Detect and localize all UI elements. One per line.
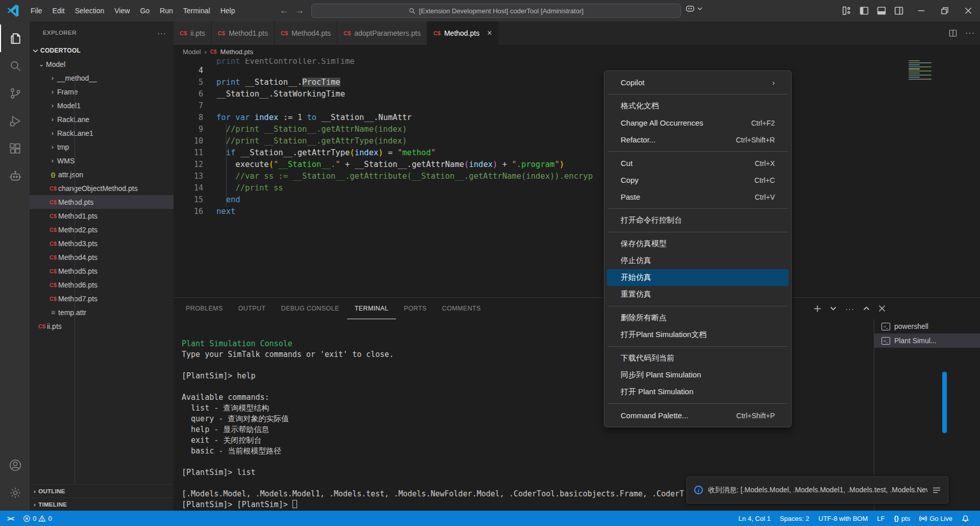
status-utf-8-with-bom[interactable]: UTF-8 with BOM <box>814 511 873 526</box>
terminal-instance-PlantSimul[interactable]: >_Plant Simul... <box>874 333 980 348</box>
menu-go[interactable]: Go <box>135 4 155 17</box>
tab-ii.pts[interactable]: C$ii.pts <box>174 21 212 45</box>
menu-item-打开命令行控制台[interactable]: 打开命令行控制台 <box>607 212 789 229</box>
more-actions-icon[interactable]: ··· <box>965 29 975 38</box>
activity-search[interactable] <box>0 52 30 80</box>
breadcrumb[interactable]: Model › C$ Method.pts <box>174 45 980 58</box>
copilot-button[interactable] <box>685 4 702 13</box>
menu-item-Copy[interactable]: CopyCtrl+C <box>607 172 789 188</box>
more-actions-icon[interactable]: ··· <box>157 29 166 37</box>
problems-status[interactable]: 0 0 <box>21 511 54 526</box>
menu-run[interactable]: Run <box>155 4 178 17</box>
menu-edit[interactable]: Edit <box>47 4 70 17</box>
menu-item-同步到PlantSimulation[interactable]: 同步到 Plant Simulation <box>607 367 789 384</box>
panel-tab-ports[interactable]: PORTS <box>396 298 434 319</box>
menu-item-开始仿真[interactable]: 开始仿真 <box>607 269 789 286</box>
forward-icon[interactable]: → <box>296 6 304 16</box>
tree-item-temp.attr[interactable]: ≡temp.attr <box>30 305 174 319</box>
menu-item-Cut[interactable]: CutCtrl+X <box>607 155 789 172</box>
tab-Method4.pts[interactable]: C$Method4.pts <box>275 21 337 45</box>
chevron-up-icon[interactable] <box>863 306 870 311</box>
tree-item-Method.pts[interactable]: C$Method.pts <box>30 195 174 209</box>
panel-tab-debug-console[interactable]: DEBUG CONSOLE <box>273 298 347 319</box>
activity-extensions[interactable] <box>0 135 30 162</box>
minimap[interactable] <box>909 60 947 81</box>
status-go-live[interactable]: Go Live <box>915 511 957 526</box>
toggle-panel-icon[interactable] <box>877 6 886 15</box>
menu-item-Refactor...[interactable]: Refactor...Ctrl+Shift+R <box>607 131 789 148</box>
restore-button[interactable] <box>933 0 957 21</box>
tree-item-RackLane1[interactable]: ›RackLane1 <box>30 126 174 140</box>
menu-selection[interactable]: Selection <box>70 4 110 17</box>
activity-robot[interactable] <box>0 162 30 190</box>
tree-item-tmp[interactable]: ›tmp <box>30 140 174 154</box>
breadcrumb-folder[interactable]: Model <box>183 48 201 56</box>
panel-tab-output[interactable]: OUTPUT <box>231 298 274 319</box>
tree-item-Model1[interactable]: ›Model1 <box>30 99 174 112</box>
menu-terminal[interactable]: Terminal <box>178 4 215 17</box>
menu-item-删除所有断点[interactable]: 删除所有断点 <box>607 309 789 326</box>
activity-files[interactable] <box>0 25 30 52</box>
more-icon[interactable]: ··· <box>845 304 854 313</box>
tree-item-WMS[interactable]: ›WMS <box>30 154 174 168</box>
breadcrumb-file[interactable]: Method.pts <box>220 48 253 56</box>
terminal-scrollbar-thumb[interactable] <box>942 372 947 433</box>
chevron-down-icon[interactable] <box>830 306 837 311</box>
menu-item-Copilot[interactable]: Copilot› <box>607 74 789 91</box>
menu-item-CommandPalette...[interactable]: Command Palette...Ctrl+Shift+P <box>607 407 789 424</box>
menu-item-保存仿真模型[interactable]: 保存仿真模型 <box>607 235 789 252</box>
minimize-button[interactable] <box>910 0 933 21</box>
new-terminal-icon[interactable] <box>814 305 821 313</box>
status-bell[interactable] <box>957 511 974 526</box>
menu-item-下载代码到当前[interactable]: 下载代码到当前 <box>607 350 789 367</box>
menu-help[interactable]: Help <box>215 4 240 17</box>
panel-tab-problems[interactable]: PROBLEMS <box>178 298 231 319</box>
tree-item-ii.pts[interactable]: C$ii.pts <box>30 319 174 333</box>
tree-item-Method5.pts[interactable]: C$Method5.pts <box>30 264 174 278</box>
tree-item-Method2.pts[interactable]: C$Method2.pts <box>30 223 174 236</box>
activity-source-control[interactable] <box>0 80 30 107</box>
tree-item-Method4.pts[interactable]: C$Method4.pts <box>30 250 174 264</box>
tree-item-Method3.pts[interactable]: C$Method3.pts <box>30 236 174 250</box>
tab-adoptParameters.pts[interactable]: C$adoptParameters.pts <box>337 21 427 45</box>
notification-toast[interactable]: i 收到消息: [.Models.Model, .Models.Model1, … <box>687 476 948 504</box>
status-lf[interactable]: LF <box>872 511 889 526</box>
menu-view[interactable]: View <box>109 4 135 17</box>
tree-item-Model[interactable]: ⌄Model <box>30 57 174 71</box>
section-timeline[interactable]: ›TIMELINE <box>30 497 174 511</box>
close-tab-icon[interactable]: × <box>487 29 492 38</box>
customize-layout-icon[interactable] <box>842 6 851 15</box>
status-spaces-2[interactable]: Spaces: 2 <box>775 511 814 526</box>
remote-indicator-icon[interactable]: >< <box>5 515 18 522</box>
split-editor-icon[interactable] <box>949 29 957 37</box>
clear-all-icon[interactable] <box>933 487 941 494</box>
menu-item-打开PlantSimulation文档[interactable]: 打开Plant Simulation文档 <box>607 326 789 343</box>
menu-item-停止仿真[interactable]: 停止仿真 <box>607 252 789 269</box>
toggle-primary-sidebar-icon[interactable] <box>860 6 869 15</box>
tab-Method1.pts[interactable]: C$Method1.pts <box>212 21 275 45</box>
activity-run-debug[interactable] <box>0 107 30 135</box>
section-outline[interactable]: ›OUTLINE <box>30 484 174 497</box>
workspace-section-header[interactable]: CODERTOOL <box>30 44 174 57</box>
panel-tab-comments[interactable]: COMMENTS <box>434 298 488 319</box>
close-icon[interactable] <box>878 305 886 312</box>
tab-Method.pts[interactable]: C$Method.pts× <box>427 21 499 45</box>
status-ln-4-col-1[interactable]: Ln 4, Col 1 <box>734 511 775 526</box>
panel-tab-terminal[interactable]: TERMINAL <box>347 298 396 319</box>
tree-item-Method7.pts[interactable]: C$Method7.pts <box>30 292 174 305</box>
tree-item-Method1.pts[interactable]: C$Method1.pts <box>30 209 174 223</box>
tree-item-Frame[interactable]: ›Frame <box>30 85 174 99</box>
terminal-instance-powershell[interactable]: >_powershell <box>874 319 980 333</box>
toggle-secondary-sidebar-icon[interactable] <box>894 6 903 15</box>
menu-item-格式化文档[interactable]: 格式化文档 <box>607 98 789 114</box>
tree-item-Method6.pts[interactable]: C$Method6.pts <box>30 278 174 292</box>
activity-settings-gear[interactable] <box>0 479 30 507</box>
menu-item-打开PlantSimulation[interactable]: 打开 Plant Simulation <box>607 384 789 400</box>
menu-item-ChangeAllOccurrences[interactable]: Change All OccurrencesCtrl+F2 <box>607 114 789 131</box>
activity-account[interactable] <box>0 451 30 479</box>
menu-file[interactable]: File <box>26 4 47 17</box>
code-editor[interactable]: print EventController.SimTime45print __S… <box>174 58 980 297</box>
menu-item-Paste[interactable]: PasteCtrl+V <box>607 188 789 205</box>
tree-item-attr.json[interactable]: {}attr.json <box>30 168 174 181</box>
search-box[interactable]: [Extension Development Host] coderTool [… <box>311 4 681 18</box>
